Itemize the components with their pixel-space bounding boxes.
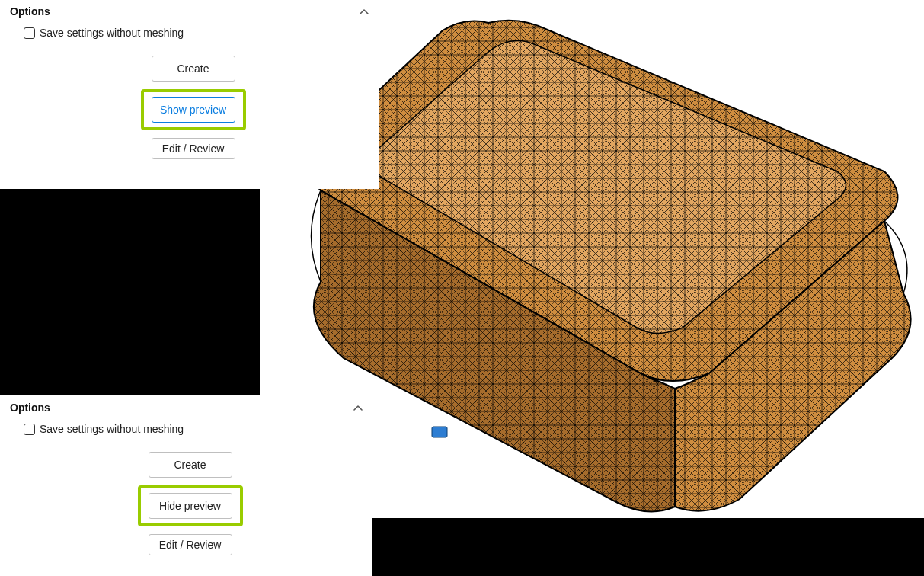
hide-preview-button[interactable]: Hide preview <box>149 493 232 519</box>
options-panel-show-preview: Options Save settings without meshing Cr… <box>0 0 379 189</box>
edit-review-button[interactable]: Edit / Review <box>149 534 232 555</box>
highlight-frame: Show preview <box>141 89 246 130</box>
chevron-up-icon[interactable] <box>360 7 369 16</box>
edit-review-button[interactable]: Edit / Review <box>152 138 235 159</box>
create-button[interactable]: Create <box>149 452 232 478</box>
create-button[interactable]: Create <box>152 56 235 82</box>
highlight-frame: Hide preview <box>138 485 243 526</box>
save-settings-checkbox[interactable] <box>24 424 35 435</box>
options-title: Options <box>10 5 50 18</box>
options-title: Options <box>10 402 50 414</box>
options-panel-hide-preview: Options Save settings without meshing Cr… <box>0 396 372 576</box>
save-settings-label: Save settings without meshing <box>40 423 184 435</box>
mesh-bottom-seam <box>312 190 321 282</box>
save-settings-checkbox[interactable] <box>24 27 35 39</box>
mesh-probe-icon <box>432 427 447 437</box>
empty-viewport-strip-bottom <box>372 518 924 576</box>
empty-viewport-strip-left <box>0 189 260 395</box>
show-preview-button[interactable]: Show preview <box>152 97 235 123</box>
save-settings-label: Save settings without meshing <box>40 27 184 39</box>
chevron-up-icon[interactable] <box>353 403 363 412</box>
